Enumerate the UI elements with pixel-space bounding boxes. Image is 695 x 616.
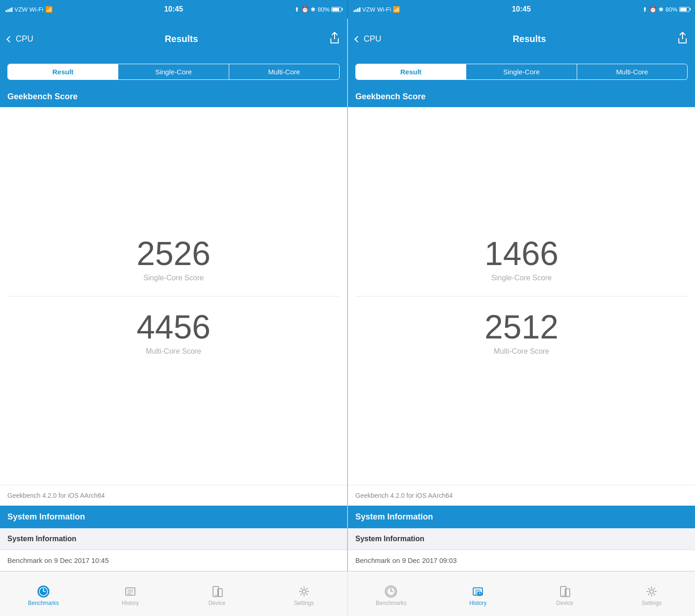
right-single-core-label: Single-Core Score bbox=[355, 274, 688, 282]
left-tab-benchmarks[interactable]: Benchmarks bbox=[0, 572, 87, 616]
left-tab-result[interactable]: Result bbox=[8, 64, 118, 79]
signal-icon bbox=[6, 6, 12, 12]
left-sys-info-header: System Information bbox=[0, 506, 347, 528]
bluetooth-icon: ✱ bbox=[311, 6, 316, 13]
right-back-button[interactable]: CPU bbox=[355, 34, 381, 44]
alarm-icon-right: ⏰ bbox=[649, 6, 657, 13]
right-status-bar: VZW Wi-Fi 📶 10:45 ⬆ ⏰ ✱ 80% bbox=[348, 0, 695, 18]
right-tab-benchmarks[interactable]: Benchmarks bbox=[348, 572, 435, 616]
left-single-core-block: 2526 Single-Core Score bbox=[0, 223, 347, 296]
left-single-core-label: Single-Core Score bbox=[7, 274, 340, 282]
chevron-left-icon bbox=[6, 36, 13, 42]
left-tab-history[interactable]: History bbox=[87, 572, 174, 616]
right-sys-info-header: System Information bbox=[348, 506, 695, 528]
left-device-label: Device bbox=[208, 600, 226, 606]
right-tab-settings[interactable]: Settings bbox=[608, 572, 695, 616]
left-tab-settings[interactable]: Settings bbox=[261, 572, 348, 616]
left-history-label: History bbox=[122, 600, 139, 606]
left-scores-area: 2526 Single-Core Score 4456 Multi-Core S… bbox=[0, 107, 347, 485]
carrier-label: VZW Wi-Fi bbox=[14, 6, 43, 13]
right-single-core-value: 1466 bbox=[355, 237, 688, 270]
right-tab-history[interactable]: History bbox=[434, 572, 521, 616]
left-score-header: Geekbench Score bbox=[0, 86, 347, 107]
right-tab-result[interactable]: Result bbox=[356, 64, 466, 79]
right-tab-bar: Benchmarks History Device bbox=[348, 572, 695, 616]
right-benchmark-row: Benchmark on 9 Dec 2017 09:03 bbox=[348, 550, 695, 571]
right-multi-core-block: 2512 Multi-Core Score bbox=[348, 296, 695, 369]
left-panel: CPU Results Result Single-Core Multi-Cor… bbox=[0, 18, 347, 571]
left-status-bar: VZW Wi-Fi 📶 10:45 ⬆ ⏰ ✱ 80% bbox=[0, 0, 348, 18]
right-history-label: History bbox=[469, 600, 487, 606]
right-settings-label: Settings bbox=[641, 600, 661, 606]
right-score-header: Geekbench Score bbox=[348, 86, 695, 107]
right-back-label: CPU bbox=[364, 34, 381, 44]
tab-bar: Benchmarks History Device Set bbox=[0, 571, 695, 616]
svg-point-28 bbox=[650, 590, 653, 593]
left-share-button[interactable] bbox=[329, 32, 340, 46]
right-tab-multi-core[interactable]: Multi-Core bbox=[577, 64, 687, 79]
left-segment-tabs: Result Single-Core Multi-Core bbox=[0, 59, 347, 86]
right-multi-core-label: Multi-Core Score bbox=[355, 347, 688, 356]
right-sys-info-row: System Information bbox=[348, 528, 695, 550]
time-label-right: 10:45 bbox=[512, 5, 531, 13]
location-icon: ⬆ bbox=[294, 6, 299, 13]
right-tab-device[interactable]: Device bbox=[521, 572, 608, 616]
alarm-icon: ⏰ bbox=[301, 6, 309, 13]
battery-icon-right bbox=[679, 7, 689, 12]
right-single-core-block: 1466 Single-Core Score bbox=[348, 223, 695, 296]
left-settings-label: Settings bbox=[294, 600, 314, 606]
right-tab-single-core[interactable]: Single-Core bbox=[466, 64, 577, 79]
left-single-core-value: 2526 bbox=[7, 237, 340, 270]
left-nav-title: Results bbox=[165, 34, 198, 44]
right-geekbench-info: Geekbench 4.2.0 for iOS AArch64 bbox=[348, 485, 695, 506]
right-benchmarks-label: Benchmarks bbox=[376, 600, 407, 606]
signal-icon-right bbox=[354, 6, 360, 12]
left-tab-multi-core[interactable]: Multi-Core bbox=[229, 64, 339, 79]
right-device-label: Device bbox=[556, 600, 573, 606]
left-tab-device[interactable]: Device bbox=[174, 572, 261, 616]
location-icon-right: ⬆ bbox=[642, 6, 647, 13]
left-nav-bar: CPU Results bbox=[0, 18, 347, 59]
battery-icon bbox=[331, 7, 341, 12]
carrier-label-right: VZW Wi-Fi bbox=[362, 6, 391, 13]
left-tab-single-core[interactable]: Single-Core bbox=[118, 64, 229, 79]
left-geekbench-info: Geekbench 4.2.0 for iOS AArch64 bbox=[0, 485, 347, 506]
right-segment-tabs: Result Single-Core Multi-Core bbox=[348, 59, 695, 86]
right-nav-title: Results bbox=[512, 34, 546, 44]
left-sys-info-row: System Information bbox=[0, 528, 347, 550]
battery-label: 80% bbox=[317, 6, 329, 13]
battery-label-right: 80% bbox=[665, 6, 677, 13]
bluetooth-icon-right: ✱ bbox=[658, 6, 664, 13]
chevron-left-icon-right bbox=[354, 36, 361, 42]
main-content: CPU Results Result Single-Core Multi-Cor… bbox=[0, 18, 695, 571]
right-share-button[interactable] bbox=[677, 32, 688, 46]
right-scores-area: 1466 Single-Core Score 2512 Multi-Core S… bbox=[348, 107, 695, 485]
right-panel: CPU Results Result Single-Core Multi-Cor… bbox=[348, 18, 695, 571]
wifi-icon: 📶 bbox=[45, 6, 53, 13]
left-tab-bar: Benchmarks History Device Set bbox=[0, 572, 348, 616]
left-multi-core-label: Multi-Core Score bbox=[7, 347, 340, 356]
svg-point-13 bbox=[302, 590, 306, 593]
wifi-icon-right: 📶 bbox=[393, 6, 400, 13]
left-benchmarks-label: Benchmarks bbox=[28, 600, 59, 606]
right-multi-core-value: 2512 bbox=[355, 310, 688, 344]
left-back-label: CPU bbox=[16, 34, 33, 44]
left-benchmark-row: Benchmark on 9 Dec 2017 10:45 bbox=[0, 550, 347, 571]
left-multi-core-block: 4456 Multi-Core Score bbox=[0, 296, 347, 369]
left-back-button[interactable]: CPU bbox=[7, 34, 33, 44]
left-multi-core-value: 4456 bbox=[7, 310, 340, 344]
right-nav-bar: CPU Results bbox=[348, 18, 695, 59]
status-bar: VZW Wi-Fi 📶 10:45 ⬆ ⏰ ✱ 80% VZW Wi-Fi 📶 … bbox=[0, 0, 695, 18]
time-label: 10:45 bbox=[164, 5, 183, 13]
